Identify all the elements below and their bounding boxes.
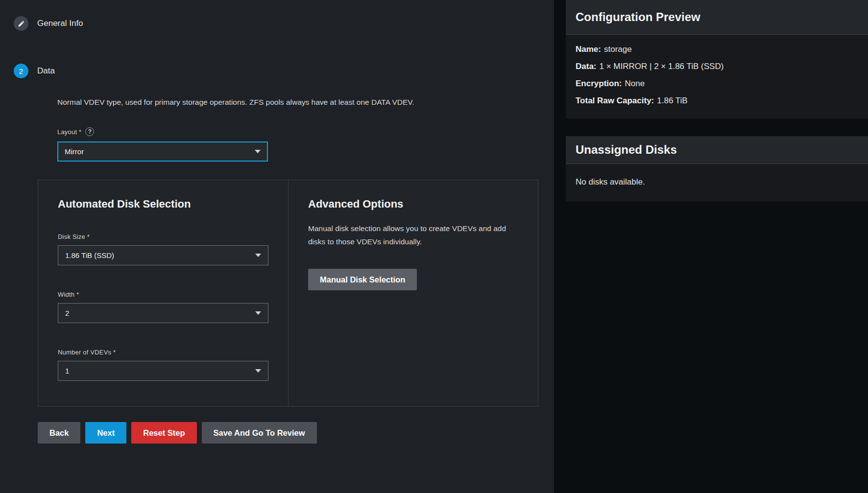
step-general-info[interactable]: General Info [14, 16, 554, 31]
disk-size-value: 1.86 TiB (SSD) [65, 251, 114, 259]
number-of-vdevs-value: 1 [65, 367, 69, 375]
step-general-info-label: General Info [37, 19, 83, 28]
configuration-preview-title: Configuration Preview [576, 10, 858, 24]
configuration-sidebar: Configuration Preview Name:storage Data:… [554, 0, 868, 493]
layout-select-value: Mirror [65, 147, 84, 156]
preview-encryption-label: Encryption: [576, 79, 622, 88]
pool-creation-wizard: General Info 2 Data Normal VDEV type, us… [0, 0, 868, 493]
layout-select[interactable]: Mirror [57, 141, 268, 162]
disk-selection-panel: Automated Disk Selection Disk Size * 1.8… [38, 180, 538, 407]
preview-data-label: Data: [576, 62, 597, 71]
step-data-indicator: 2 [14, 64, 28, 78]
preview-row-data: Data:1 × MIRROR | 2 × 1.86 TiB (SSD) [576, 62, 858, 71]
help-icon[interactable]: ? [85, 127, 94, 136]
preview-name-label: Name: [576, 45, 601, 54]
number-of-vdevs-label: Number of VDEVs * [58, 349, 268, 356]
disk-size-field: Disk Size * 1.86 TiB (SSD) [58, 233, 268, 265]
help-glyph: ? [88, 128, 92, 135]
width-value: 2 [65, 309, 69, 317]
chevron-down-icon [255, 369, 261, 373]
width-select[interactable]: 2 [58, 303, 268, 323]
data-vdev-description: Normal VDEV type, used for primary stora… [57, 97, 498, 108]
data-step-content: Normal VDEV type, used for primary stora… [38, 97, 554, 444]
step-data-label: Data [37, 66, 55, 76]
number-of-vdevs-select[interactable]: 1 [58, 361, 268, 381]
chevron-down-icon [255, 311, 261, 315]
configuration-preview-card: Configuration Preview Name:storage Data:… [566, 0, 868, 118]
advanced-options-title: Advanced Options [308, 198, 518, 211]
disk-size-select[interactable]: 1.86 TiB (SSD) [58, 245, 268, 265]
next-button[interactable]: Next [85, 422, 126, 444]
back-button[interactable]: Back [38, 422, 80, 444]
advanced-options-section: Advanced Options Manual disk selection a… [288, 180, 538, 406]
wizard-main: General Info 2 Data Normal VDEV type, us… [0, 0, 554, 493]
manual-disk-selection-button[interactable]: Manual Disk Selection [308, 269, 417, 290]
unassigned-disks-card: Unassigned Disks No disks available. [566, 136, 868, 202]
preview-capacity-label: Total Raw Capacity: [576, 96, 654, 105]
save-and-go-to-review-button[interactable]: Save And Go To Review [202, 422, 317, 444]
disk-size-label: Disk Size * [58, 233, 268, 240]
chevron-down-icon [255, 150, 261, 153]
preview-row-name: Name:storage [576, 45, 858, 54]
unassigned-disks-title: Unassigned Disks [576, 143, 858, 157]
chevron-down-icon [255, 254, 261, 257]
step-data[interactable]: 2 Data [14, 64, 554, 78]
step-actions: Back Next Reset Step Save And Go To Revi… [38, 422, 554, 444]
preview-data-value: 1 × MIRROR | 2 × 1.86 TiB (SSD) [600, 62, 724, 71]
step-number: 2 [19, 67, 23, 75]
automated-disk-selection-section: Automated Disk Selection Disk Size * 1.8… [38, 180, 288, 406]
width-field: Width * 2 [58, 291, 268, 323]
preview-row-capacity: Total Raw Capacity:1.86 TiB [576, 96, 858, 106]
layout-field: Layout * ? Mirror [57, 127, 554, 162]
number-of-vdevs-field: Number of VDEVs * 1 [58, 349, 268, 381]
preview-name-value: storage [604, 45, 632, 54]
unassigned-disks-empty: No disks available. [566, 164, 868, 202]
advanced-options-description: Manual disk selection allows you to crea… [308, 222, 518, 248]
preview-row-encryption: Encryption:None [576, 79, 858, 89]
preview-capacity-value: 1.86 TiB [657, 96, 687, 105]
reset-step-button[interactable]: Reset Step [131, 422, 196, 444]
automated-disk-selection-title: Automated Disk Selection [58, 198, 268, 211]
edit-icon [14, 16, 28, 31]
width-label: Width * [58, 291, 268, 298]
layout-label: Layout * [57, 128, 81, 136]
preview-encryption-value: None [625, 79, 645, 88]
